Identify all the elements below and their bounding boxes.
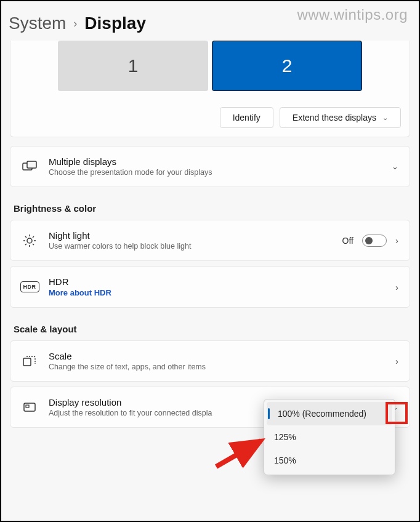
svg-line-9 <box>25 244 26 245</box>
night-light-icon <box>22 233 38 249</box>
night-light-row[interactable]: Night light Use warmer colors to help bl… <box>10 220 410 261</box>
night-light-title: Night light <box>49 230 331 241</box>
scale-sub: Change the size of text, apps, and other… <box>49 363 262 371</box>
chevron-right-icon[interactable]: › <box>395 356 398 366</box>
scale-title: Scale <box>49 351 262 361</box>
breadcrumb-system[interactable]: System <box>9 14 66 33</box>
scale-row[interactable]: Scale Change the size of text, apps, and… <box>10 340 410 382</box>
breadcrumb: System › Display <box>5 5 415 46</box>
extend-label: Extend these displays <box>293 113 376 122</box>
svg-rect-1 <box>27 161 36 168</box>
night-light-state: Off <box>342 236 353 246</box>
multiple-displays-title: Multiple displays <box>49 156 381 167</box>
scale-section-title: Scale & layout <box>5 313 415 340</box>
extend-displays-dropdown[interactable]: Extend these displays ⌄ <box>280 107 401 128</box>
svg-line-8 <box>33 244 34 245</box>
hdr-title: HDR <box>49 276 384 287</box>
svg-rect-11 <box>23 358 31 366</box>
svg-line-7 <box>25 236 26 238</box>
svg-line-10 <box>33 236 34 238</box>
display-arrangement-panel: 1 2 Identify Extend these displays ⌄ <box>10 41 410 137</box>
svg-line-14 <box>216 441 261 467</box>
svg-point-2 <box>27 238 32 243</box>
chevron-down-icon: ⌄ <box>392 162 398 171</box>
annotation-arrow-icon <box>213 435 269 472</box>
multiple-displays-row[interactable]: Multiple displays Choose the presentatio… <box>10 146 410 187</box>
scale-option-100[interactable]: 100% (Recommended) <box>267 402 392 425</box>
chevron-down-icon: ⌄ <box>382 114 388 122</box>
monitor-1[interactable]: 1 <box>58 41 208 91</box>
svg-rect-13 <box>26 405 29 408</box>
identify-label: Identify <box>233 113 260 122</box>
identify-button[interactable]: Identify <box>220 107 273 128</box>
resolution-icon <box>22 400 38 416</box>
scale-icon <box>22 353 38 369</box>
breadcrumb-display: Display <box>84 14 146 33</box>
scale-option-125[interactable]: 125% <box>264 425 395 449</box>
multiple-displays-icon <box>22 159 38 175</box>
chevron-right-icon[interactable]: › <box>395 235 398 246</box>
hdr-more-link[interactable]: More about HDR <box>49 288 384 297</box>
hdr-row[interactable]: HDR HDR More about HDR › <box>10 266 410 308</box>
multiple-displays-sub: Choose the presentation mode for your di… <box>49 168 381 177</box>
chevron-right-icon: › <box>73 17 77 30</box>
hdr-icon: HDR <box>22 279 38 295</box>
monitor-2[interactable]: 2 <box>212 41 362 91</box>
night-light-sub: Use warmer colors to help block blue lig… <box>49 242 331 251</box>
scale-dropdown: 100% (Recommended) 125% 150% <box>264 399 395 475</box>
brightness-section-title: Brightness & color <box>5 192 415 220</box>
night-light-toggle[interactable] <box>362 235 387 247</box>
scale-option-150[interactable]: 150% <box>264 449 395 472</box>
chevron-right-icon[interactable]: › <box>395 282 398 292</box>
